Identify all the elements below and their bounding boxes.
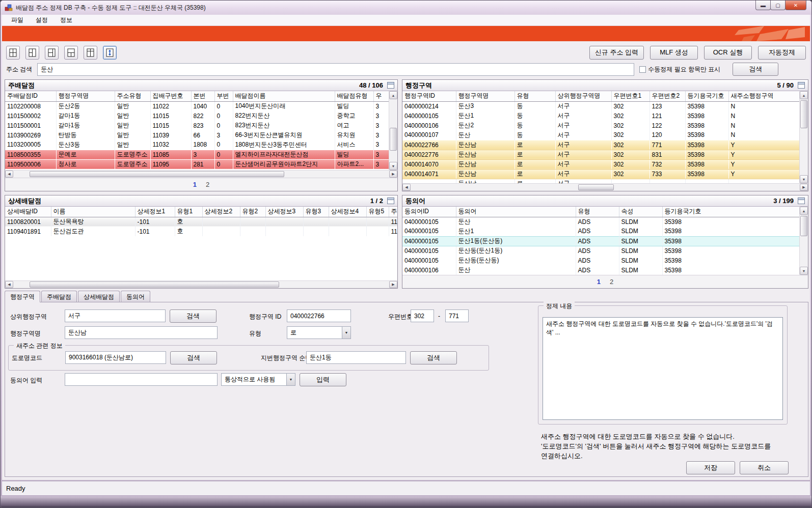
column-header[interactable]: 우: [373, 91, 389, 101]
table-cell[interactable]: 로: [515, 179, 555, 183]
table-cell[interactable]: 11039: [150, 130, 191, 140]
table-cell[interactable]: 둔산2: [456, 121, 515, 130]
column-header[interactable]: 이름: [51, 207, 135, 217]
column-header[interactable]: 유형5: [366, 207, 389, 217]
column-header[interactable]: 우편번호1: [611, 91, 649, 101]
panel-view-icon[interactable]: [387, 197, 394, 204]
table-cell[interactable]: 822번지둔산: [233, 111, 335, 121]
table-cell[interactable]: N: [728, 130, 799, 140]
column-header[interactable]: 속성: [619, 207, 662, 217]
table-cell[interactable]: Y: [728, 140, 799, 150]
table-cell[interactable]: 1040: [191, 101, 214, 111]
table-cell[interactable]: 서구: [555, 150, 611, 159]
table-cell[interactable]: SLDM: [619, 217, 662, 227]
region-id-input[interactable]: [287, 309, 351, 322]
table-cell[interactable]: 로: [515, 169, 555, 179]
table-cell[interactable]: 35398: [685, 111, 728, 121]
table-cell[interactable]: 121: [649, 111, 685, 121]
layout-split-2col-button[interactable]: [25, 46, 39, 60]
table-cell[interactable]: 빌딩: [335, 150, 373, 159]
table-cell[interactable]: 갈마1동: [56, 121, 115, 130]
table-cell[interactable]: Y: [728, 150, 799, 159]
table-cell[interactable]: 서구: [555, 169, 611, 179]
table-cell[interactable]: 0400000105: [402, 236, 456, 246]
column-header[interactable]: 등기용국기호: [685, 91, 728, 101]
layout-split-4pane-button[interactable]: [6, 46, 20, 60]
table-cell[interactable]: SLDM: [619, 236, 662, 246]
table-cell[interactable]: SLDM: [619, 256, 662, 265]
table-cell[interactable]: 둔산검도관: [51, 227, 135, 236]
layout-split-left-wide-button[interactable]: [45, 46, 59, 60]
tab-detail-delivery[interactable]: 상세배달점: [78, 291, 120, 302]
table-cell[interactable]: 0: [214, 121, 233, 130]
table-cell[interactable]: [685, 179, 728, 183]
table-cell[interactable]: [402, 179, 456, 183]
scroll-right-icon[interactable]: ▶: [389, 171, 397, 178]
table-cell[interactable]: 11085: [150, 150, 191, 159]
table-cell[interactable]: 11015: [150, 121, 191, 130]
table-cell[interactable]: 3: [373, 159, 389, 169]
table-cell[interactable]: 서구: [555, 121, 611, 130]
table-cell[interactable]: 1103200005: [5, 140, 56, 150]
mlf-generate-button[interactable]: MLF 생성: [650, 46, 698, 60]
table-cell[interactable]: 둔산목욕탕: [51, 217, 135, 227]
table-cell[interactable]: 1108500355: [5, 150, 56, 159]
scroll-right-icon[interactable]: ▶: [800, 184, 808, 191]
table-cell[interactable]: 서구: [555, 130, 611, 140]
table-cell[interactable]: 35398: [685, 169, 728, 179]
manual-clean-filter-checkbox[interactable]: [639, 66, 646, 73]
table-cell[interactable]: 35398: [662, 265, 799, 275]
table-row[interactable]: 0400000105둔산1동(둔산동)ADSSLDM35398: [402, 236, 799, 246]
table-cell[interactable]: 1100820001: [5, 217, 51, 227]
table-cell[interactable]: 3: [373, 130, 389, 140]
table-cell[interactable]: 11: [389, 217, 397, 227]
table-row[interactable]: 0400022776둔산남로서구30283135398Y: [402, 150, 799, 159]
table-cell[interactable]: 둔산남: [456, 169, 515, 179]
table-cell[interactable]: 둔산3동: [56, 140, 115, 150]
table-row[interactable]: 0400000214둔산3동서구30212335398N: [402, 101, 799, 111]
table-cell[interactable]: 11: [389, 227, 397, 236]
column-header[interactable]: 행정구역명: [56, 91, 115, 101]
scroll-down-icon[interactable]: ▼: [389, 162, 397, 170]
synonym-input[interactable]: [65, 373, 218, 386]
vertical-scrollbar[interactable]: ▲ ▼: [799, 207, 808, 275]
table-row[interactable]: 1101500001갈마1동일반110158230823번지둔산여고3: [5, 121, 389, 130]
table-cell[interactable]: 둔산동(둔산동): [456, 256, 576, 265]
table-cell[interactable]: 1109500006: [5, 159, 56, 169]
table-cell[interactable]: 732: [649, 159, 685, 169]
scroll-right-icon[interactable]: ▶: [389, 281, 397, 288]
column-header[interactable]: 유형2: [240, 207, 265, 217]
table-cell[interactable]: 1102200008: [5, 101, 56, 111]
table-cell[interactable]: -101: [135, 217, 175, 227]
table-cell[interactable]: 0400000105: [402, 111, 456, 121]
table-row[interactable]: 1109500006청사로도로명주소110952810둔산샘머리공무원아파트2단…: [5, 159, 389, 169]
horizontal-scrollbar[interactable]: ◀ ▶: [5, 280, 397, 288]
jibun-seq-input[interactable]: [306, 351, 406, 364]
table-cell[interactable]: 서비스: [335, 140, 373, 150]
road-code-input[interactable]: [65, 351, 166, 364]
column-header[interactable]: 집배구번호: [150, 91, 191, 101]
table-cell[interactable]: 35398: [662, 217, 799, 227]
table-cell[interactable]: 일반: [115, 140, 150, 150]
panel-view-icon[interactable]: [798, 197, 805, 204]
table-cell[interactable]: [202, 227, 240, 236]
tab-synonym[interactable]: 동의어: [121, 291, 150, 302]
table-row[interactable]: 0400022766둔산남로서구30277135398Y: [402, 140, 799, 150]
table-cell[interactable]: 0: [214, 159, 233, 169]
table-cell[interactable]: 3: [373, 150, 389, 159]
column-header[interactable]: 행정구역ID: [402, 91, 456, 101]
maximize-button[interactable]: ▢: [770, 1, 786, 10]
table-cell[interactable]: 11015: [150, 111, 191, 121]
table-cell[interactable]: 갈마1동: [56, 111, 115, 121]
table-row[interactable]: 0400000107둔산동서구30212035398N: [402, 130, 799, 140]
table-cell[interactable]: 1040번지둔산미래: [233, 101, 335, 111]
ocr-run-button[interactable]: OCR 실행: [704, 46, 752, 60]
table-cell[interactable]: 0400000105: [402, 256, 456, 265]
table-cell[interactable]: N: [728, 101, 799, 111]
scrollbar-thumb[interactable]: [800, 216, 807, 236]
page-link-current[interactable]: 1: [193, 181, 197, 188]
table-row[interactable]: 0400000106둔산ADSSLDM35398: [402, 265, 799, 275]
table-cell[interactable]: 35398: [685, 121, 728, 130]
table-cell[interactable]: 탄방동: [56, 130, 115, 140]
column-header[interactable]: 상세정보3: [265, 207, 303, 217]
